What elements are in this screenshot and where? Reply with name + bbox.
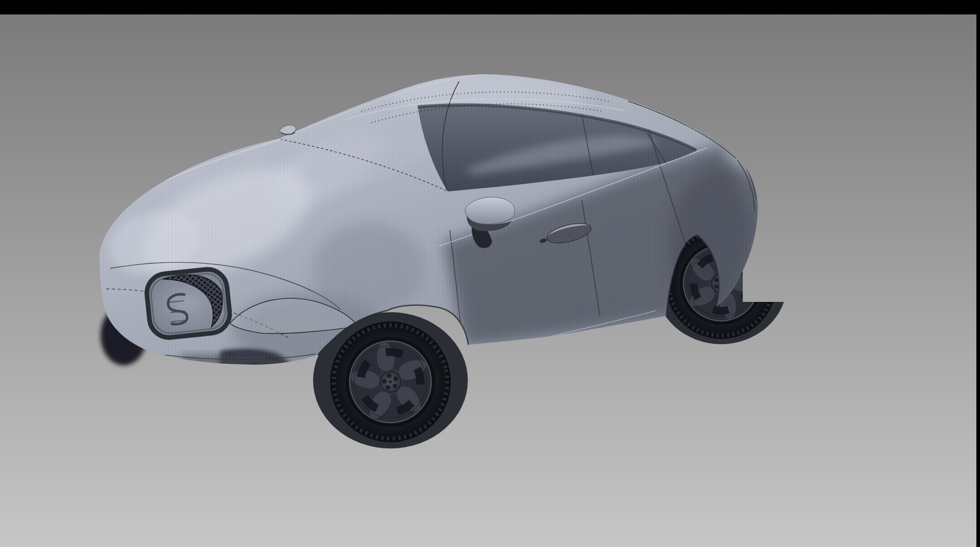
top-letterbox-bar	[0, 0, 980, 14]
application-window	[0, 0, 980, 547]
right-letterbox-bar	[976, 0, 980, 547]
viewport-3d[interactable]	[0, 0, 980, 547]
